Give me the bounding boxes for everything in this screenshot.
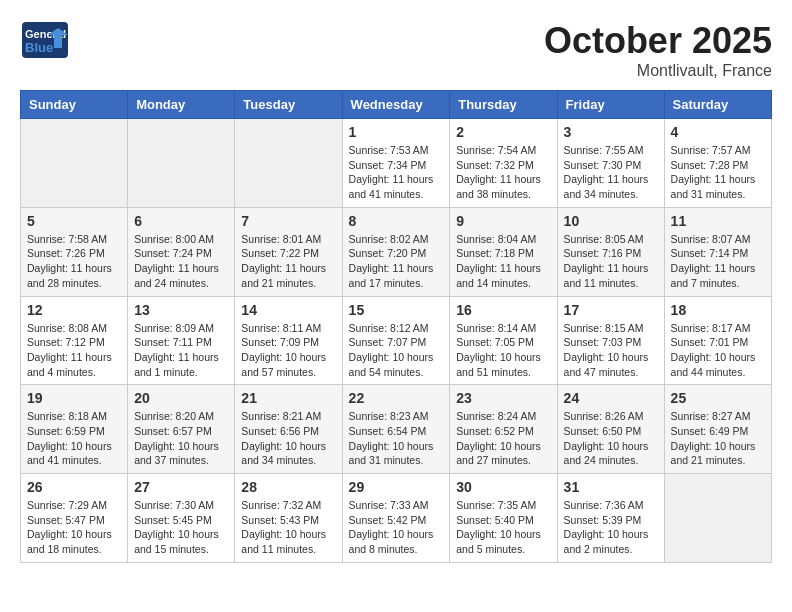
day-number: 21 — [241, 390, 335, 406]
calendar-cell-2-1: 5Sunrise: 7:58 AM Sunset: 7:26 PM Daylig… — [21, 207, 128, 296]
weekday-header-saturday: Saturday — [664, 91, 771, 119]
day-number: 24 — [564, 390, 658, 406]
day-info: Sunrise: 8:09 AM Sunset: 7:11 PM Dayligh… — [134, 321, 228, 380]
calendar-cell-3-7: 18Sunrise: 8:17 AM Sunset: 7:01 PM Dayli… — [664, 296, 771, 385]
day-number: 23 — [456, 390, 550, 406]
day-number: 6 — [134, 213, 228, 229]
day-info: Sunrise: 7:54 AM Sunset: 7:32 PM Dayligh… — [456, 143, 550, 202]
day-info: Sunrise: 8:18 AM Sunset: 6:59 PM Dayligh… — [27, 409, 121, 468]
day-info: Sunrise: 8:26 AM Sunset: 6:50 PM Dayligh… — [564, 409, 658, 468]
calendar-cell-4-1: 19Sunrise: 8:18 AM Sunset: 6:59 PM Dayli… — [21, 385, 128, 474]
day-info: Sunrise: 7:35 AM Sunset: 5:40 PM Dayligh… — [456, 498, 550, 557]
day-number: 25 — [671, 390, 765, 406]
calendar-cell-1-7: 4Sunrise: 7:57 AM Sunset: 7:28 PM Daylig… — [664, 119, 771, 208]
day-number: 30 — [456, 479, 550, 495]
calendar-cell-4-4: 22Sunrise: 8:23 AM Sunset: 6:54 PM Dayli… — [342, 385, 450, 474]
calendar-cell-3-3: 14Sunrise: 8:11 AM Sunset: 7:09 PM Dayli… — [235, 296, 342, 385]
day-info: Sunrise: 7:57 AM Sunset: 7:28 PM Dayligh… — [671, 143, 765, 202]
svg-text:Blue: Blue — [25, 40, 53, 55]
day-info: Sunrise: 8:01 AM Sunset: 7:22 PM Dayligh… — [241, 232, 335, 291]
day-number: 27 — [134, 479, 228, 495]
day-info: Sunrise: 8:27 AM Sunset: 6:49 PM Dayligh… — [671, 409, 765, 468]
day-info: Sunrise: 8:24 AM Sunset: 6:52 PM Dayligh… — [456, 409, 550, 468]
calendar-cell-4-5: 23Sunrise: 8:24 AM Sunset: 6:52 PM Dayli… — [450, 385, 557, 474]
day-info: Sunrise: 8:05 AM Sunset: 7:16 PM Dayligh… — [564, 232, 658, 291]
calendar-table: SundayMondayTuesdayWednesdayThursdayFrid… — [20, 90, 772, 563]
day-info: Sunrise: 8:15 AM Sunset: 7:03 PM Dayligh… — [564, 321, 658, 380]
calendar-cell-2-7: 11Sunrise: 8:07 AM Sunset: 7:14 PM Dayli… — [664, 207, 771, 296]
day-info: Sunrise: 8:23 AM Sunset: 6:54 PM Dayligh… — [349, 409, 444, 468]
calendar-cell-2-2: 6Sunrise: 8:00 AM Sunset: 7:24 PM Daylig… — [128, 207, 235, 296]
logo: General Blue — [20, 20, 70, 60]
calendar-cell-3-6: 17Sunrise: 8:15 AM Sunset: 7:03 PM Dayli… — [557, 296, 664, 385]
calendar-cell-5-4: 29Sunrise: 7:33 AM Sunset: 5:42 PM Dayli… — [342, 474, 450, 563]
day-info: Sunrise: 7:53 AM Sunset: 7:34 PM Dayligh… — [349, 143, 444, 202]
day-info: Sunrise: 8:20 AM Sunset: 6:57 PM Dayligh… — [134, 409, 228, 468]
day-info: Sunrise: 7:29 AM Sunset: 5:47 PM Dayligh… — [27, 498, 121, 557]
calendar-cell-3-1: 12Sunrise: 8:08 AM Sunset: 7:12 PM Dayli… — [21, 296, 128, 385]
calendar-week-row-5: 26Sunrise: 7:29 AM Sunset: 5:47 PM Dayli… — [21, 474, 772, 563]
day-number: 31 — [564, 479, 658, 495]
calendar-cell-5-5: 30Sunrise: 7:35 AM Sunset: 5:40 PM Dayli… — [450, 474, 557, 563]
calendar-cell-4-2: 20Sunrise: 8:20 AM Sunset: 6:57 PM Dayli… — [128, 385, 235, 474]
calendar-cell-1-4: 1Sunrise: 7:53 AM Sunset: 7:34 PM Daylig… — [342, 119, 450, 208]
day-info: Sunrise: 7:58 AM Sunset: 7:26 PM Dayligh… — [27, 232, 121, 291]
calendar-cell-3-2: 13Sunrise: 8:09 AM Sunset: 7:11 PM Dayli… — [128, 296, 235, 385]
calendar-cell-1-5: 2Sunrise: 7:54 AM Sunset: 7:32 PM Daylig… — [450, 119, 557, 208]
weekday-header-row: SundayMondayTuesdayWednesdayThursdayFrid… — [21, 91, 772, 119]
day-number: 12 — [27, 302, 121, 318]
calendar-cell-1-6: 3Sunrise: 7:55 AM Sunset: 7:30 PM Daylig… — [557, 119, 664, 208]
logo-icon: General Blue — [20, 20, 70, 60]
day-info: Sunrise: 8:08 AM Sunset: 7:12 PM Dayligh… — [27, 321, 121, 380]
calendar-cell-4-3: 21Sunrise: 8:21 AM Sunset: 6:56 PM Dayli… — [235, 385, 342, 474]
calendar-cell-2-6: 10Sunrise: 8:05 AM Sunset: 7:16 PM Dayli… — [557, 207, 664, 296]
day-info: Sunrise: 7:36 AM Sunset: 5:39 PM Dayligh… — [564, 498, 658, 557]
calendar-cell-1-2 — [128, 119, 235, 208]
day-number: 15 — [349, 302, 444, 318]
day-number: 3 — [564, 124, 658, 140]
day-number: 4 — [671, 124, 765, 140]
title-block: October 2025 Montlivault, France — [544, 20, 772, 80]
calendar-cell-4-6: 24Sunrise: 8:26 AM Sunset: 6:50 PM Dayli… — [557, 385, 664, 474]
calendar-week-row-1: 1Sunrise: 7:53 AM Sunset: 7:34 PM Daylig… — [21, 119, 772, 208]
weekday-header-thursday: Thursday — [450, 91, 557, 119]
day-number: 19 — [27, 390, 121, 406]
calendar-cell-4-7: 25Sunrise: 8:27 AM Sunset: 6:49 PM Dayli… — [664, 385, 771, 474]
day-info: Sunrise: 8:21 AM Sunset: 6:56 PM Dayligh… — [241, 409, 335, 468]
day-number: 18 — [671, 302, 765, 318]
day-number: 16 — [456, 302, 550, 318]
calendar-cell-2-3: 7Sunrise: 8:01 AM Sunset: 7:22 PM Daylig… — [235, 207, 342, 296]
month-title: October 2025 — [544, 20, 772, 62]
calendar-cell-2-5: 9Sunrise: 8:04 AM Sunset: 7:18 PM Daylig… — [450, 207, 557, 296]
day-number: 13 — [134, 302, 228, 318]
weekday-header-wednesday: Wednesday — [342, 91, 450, 119]
page-header: General Blue October 2025 Montlivault, F… — [20, 20, 772, 80]
day-number: 22 — [349, 390, 444, 406]
calendar-cell-1-3 — [235, 119, 342, 208]
day-info: Sunrise: 8:02 AM Sunset: 7:20 PM Dayligh… — [349, 232, 444, 291]
day-number: 1 — [349, 124, 444, 140]
calendar-cell-1-1 — [21, 119, 128, 208]
calendar-cell-5-6: 31Sunrise: 7:36 AM Sunset: 5:39 PM Dayli… — [557, 474, 664, 563]
calendar-cell-5-1: 26Sunrise: 7:29 AM Sunset: 5:47 PM Dayli… — [21, 474, 128, 563]
day-number: 8 — [349, 213, 444, 229]
day-number: 28 — [241, 479, 335, 495]
day-number: 11 — [671, 213, 765, 229]
calendar-week-row-4: 19Sunrise: 8:18 AM Sunset: 6:59 PM Dayli… — [21, 385, 772, 474]
weekday-header-sunday: Sunday — [21, 91, 128, 119]
day-info: Sunrise: 8:14 AM Sunset: 7:05 PM Dayligh… — [456, 321, 550, 380]
day-info: Sunrise: 7:33 AM Sunset: 5:42 PM Dayligh… — [349, 498, 444, 557]
day-info: Sunrise: 8:11 AM Sunset: 7:09 PM Dayligh… — [241, 321, 335, 380]
day-number: 5 — [27, 213, 121, 229]
day-number: 7 — [241, 213, 335, 229]
calendar-week-row-3: 12Sunrise: 8:08 AM Sunset: 7:12 PM Dayli… — [21, 296, 772, 385]
weekday-header-tuesday: Tuesday — [235, 91, 342, 119]
day-number: 17 — [564, 302, 658, 318]
day-info: Sunrise: 8:07 AM Sunset: 7:14 PM Dayligh… — [671, 232, 765, 291]
calendar-week-row-2: 5Sunrise: 7:58 AM Sunset: 7:26 PM Daylig… — [21, 207, 772, 296]
day-info: Sunrise: 8:00 AM Sunset: 7:24 PM Dayligh… — [134, 232, 228, 291]
weekday-header-monday: Monday — [128, 91, 235, 119]
day-info: Sunrise: 8:12 AM Sunset: 7:07 PM Dayligh… — [349, 321, 444, 380]
day-info: Sunrise: 8:17 AM Sunset: 7:01 PM Dayligh… — [671, 321, 765, 380]
day-number: 2 — [456, 124, 550, 140]
